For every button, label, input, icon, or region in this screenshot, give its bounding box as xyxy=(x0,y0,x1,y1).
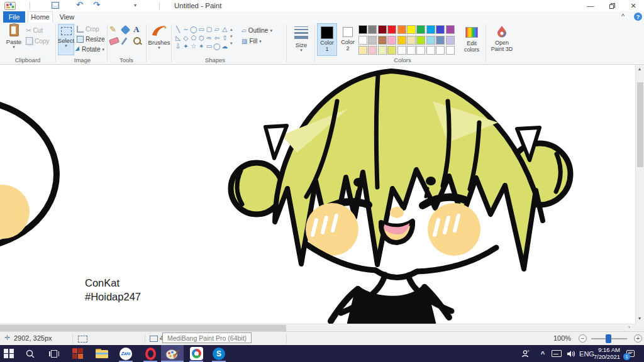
magnifier-tool[interactable] xyxy=(133,37,141,45)
palette-swatch[interactable] xyxy=(358,36,367,45)
taskbar-medibang[interactable] xyxy=(185,345,208,362)
palette-swatch[interactable] xyxy=(426,46,435,55)
save-button[interactable] xyxy=(52,2,59,9)
vertical-scrollbar[interactable]: ▴ ▾ xyxy=(635,65,644,324)
palette-swatch[interactable] xyxy=(407,46,416,55)
shape-tool[interactable]: ✦ xyxy=(182,42,189,50)
palette-swatch[interactable] xyxy=(416,25,425,34)
edit-colors-button[interactable]: Edit colors xyxy=(460,23,483,53)
palette-swatch[interactable] xyxy=(407,25,416,34)
palette-swatch[interactable] xyxy=(397,36,406,45)
shape-tool[interactable]: ☆ xyxy=(190,42,197,50)
palette-swatch[interactable] xyxy=(426,36,435,45)
shape-tool[interactable]: ◇ xyxy=(182,34,189,42)
palette-swatch[interactable] xyxy=(446,36,455,45)
shape-tool[interactable]: ▱ xyxy=(213,25,221,33)
undo-button[interactable]: ↶ xyxy=(76,0,83,9)
shape-tool[interactable]: ◯ xyxy=(190,25,197,33)
shape-tool[interactable]: ∼ xyxy=(182,25,189,33)
palette-swatch[interactable] xyxy=(407,36,416,45)
shape-tool[interactable]: ◺ xyxy=(174,34,182,42)
horizontal-scroll-thumb[interactable] xyxy=(0,325,286,331)
palette-swatch[interactable] xyxy=(436,46,445,55)
shape-tool[interactable]: ⇨ xyxy=(206,34,213,42)
palette-swatch[interactable] xyxy=(436,25,445,34)
start-button[interactable] xyxy=(0,345,20,362)
tray-clock[interactable]: 9:16 AM 7/20/2021 xyxy=(592,346,620,360)
palette-swatch[interactable] xyxy=(397,46,406,55)
zoom-slider-thumb[interactable] xyxy=(606,334,611,343)
palette-swatch[interactable] xyxy=(378,36,387,45)
palette-swatch[interactable] xyxy=(387,25,396,34)
size-button[interactable]: Size ▾ xyxy=(290,24,313,52)
tab-home[interactable]: Home xyxy=(28,11,53,23)
zoom-out-button[interactable]: − xyxy=(579,334,587,343)
shape-tool[interactable]: ☁ xyxy=(221,42,228,50)
shape-tool[interactable]: ▭ xyxy=(197,25,205,33)
palette-swatch[interactable] xyxy=(368,36,377,45)
shape-tool[interactable]: ▭ xyxy=(206,42,213,50)
palette-swatch[interactable] xyxy=(416,46,425,55)
shape-tool[interactable]: △ xyxy=(221,25,228,33)
palette-swatch[interactable] xyxy=(397,25,406,34)
tray-expand-button[interactable]: ^ xyxy=(536,345,550,362)
fill-tool[interactable] xyxy=(121,25,131,35)
palette-swatch[interactable] xyxy=(446,25,455,34)
palette-swatch[interactable] xyxy=(358,46,367,55)
minimize-button[interactable]: — xyxy=(581,0,600,11)
tab-view[interactable]: View xyxy=(55,11,79,23)
shape-gallery-scroll[interactable]: ▴▾▾ xyxy=(230,26,233,47)
palette-swatch[interactable] xyxy=(387,46,396,55)
eraser-tool[interactable] xyxy=(109,37,119,46)
scroll-up-icon[interactable]: ▴ xyxy=(638,67,641,72)
palette-swatch[interactable] xyxy=(446,46,455,55)
taskbar-zalo[interactable]: Zalo xyxy=(114,345,137,362)
shape-tool[interactable]: ⇧ xyxy=(221,34,228,42)
shape-tool[interactable]: ⬠ xyxy=(190,34,197,42)
taskbar-skype[interactable]: S xyxy=(208,345,230,362)
text-tool[interactable]: A xyxy=(133,25,139,35)
fill-button[interactable]: ▨Fill▾ xyxy=(242,38,262,45)
color1-button[interactable]: Color 1 xyxy=(317,23,337,56)
palette-swatch[interactable] xyxy=(368,25,377,34)
palette-swatch[interactable] xyxy=(426,25,435,34)
palette-swatch[interactable] xyxy=(358,25,367,34)
resize-button[interactable]: Resize xyxy=(77,36,105,43)
shape-tool[interactable]: ⇩ xyxy=(174,42,182,50)
shape-tool[interactable]: ✶ xyxy=(197,42,205,50)
shape-tool[interactable]: ⇦ xyxy=(213,34,221,42)
volume-button[interactable] xyxy=(564,345,579,362)
shape-tool[interactable]: ╲ xyxy=(174,25,182,33)
scroll-down-icon[interactable]: ▾ xyxy=(638,316,641,321)
task-view-button[interactable] xyxy=(43,345,65,362)
copy-button[interactable]: Copy xyxy=(26,37,49,45)
collapse-ribbon-button[interactable]: ^ xyxy=(621,13,625,20)
palette-swatch[interactable] xyxy=(436,36,445,45)
shape-tool[interactable]: ⬡ xyxy=(197,34,205,42)
redo-button[interactable]: ↷ xyxy=(93,0,100,9)
palette-swatch[interactable] xyxy=(378,46,387,55)
palette-swatch[interactable] xyxy=(416,36,425,45)
taskbar-app-blocks[interactable] xyxy=(66,345,89,362)
crop-button[interactable]: Crop xyxy=(77,26,99,33)
help-button[interactable]: ? xyxy=(634,13,642,21)
cut-button[interactable]: ✂Cut xyxy=(26,27,43,34)
rotate-button[interactable]: Rotate▾ xyxy=(77,46,104,53)
paste-button[interactable]: Paste ▾ xyxy=(4,24,24,48)
palette-swatch[interactable] xyxy=(368,46,377,55)
close-button[interactable]: ✕ xyxy=(624,0,643,11)
color-picker-tool[interactable] xyxy=(121,37,128,45)
palette-swatch[interactable] xyxy=(387,36,396,45)
taskbar-search-button[interactable] xyxy=(19,345,42,362)
select-button[interactable]: Select ▾ xyxy=(58,24,74,55)
scroll-right-icon[interactable]: › xyxy=(628,325,630,330)
open-paint3d-button[interactable]: Open Paint 3D xyxy=(488,23,516,52)
qat-customize-button[interactable]: ▾ xyxy=(134,3,136,8)
shape-tool[interactable]: ◯ xyxy=(213,42,221,50)
color2-button[interactable]: Color 2 xyxy=(340,23,356,52)
shape-tool[interactable]: ▢ xyxy=(206,25,213,33)
tab-file[interactable]: File xyxy=(3,11,25,23)
taskbar-paint-active[interactable] xyxy=(161,345,184,362)
notification-center-button[interactable]: 1 xyxy=(620,345,641,362)
outline-button[interactable]: ▱Outline▾ xyxy=(242,27,272,34)
